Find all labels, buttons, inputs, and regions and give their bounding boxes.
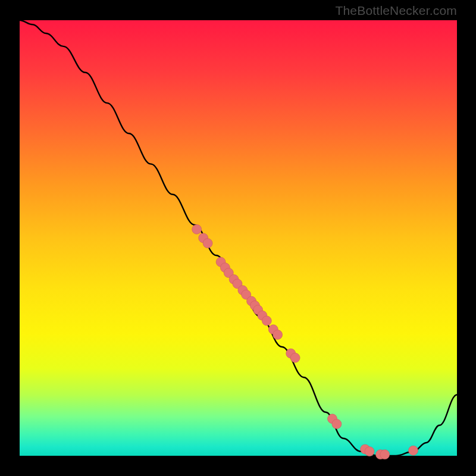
scatter-dot — [262, 316, 271, 325]
chart-frame: TheBottleNecker.com — [0, 0, 476, 476]
watermark-text: TheBottleNecker.com — [335, 4, 457, 18]
curve-layer — [20, 20, 457, 456]
bottleneck-curve — [20, 20, 457, 456]
scatter-dot — [273, 330, 283, 340]
scatter-dot — [409, 446, 418, 455]
scatter-dot — [365, 447, 374, 456]
scatter-dot — [203, 239, 212, 248]
scatter-dot — [290, 353, 300, 362]
scatter-layer — [192, 224, 418, 459]
scatter-dot — [380, 450, 390, 459]
chart-svg — [0, 0, 476, 476]
scatter-dot — [192, 224, 202, 234]
scatter-dot — [332, 419, 342, 429]
